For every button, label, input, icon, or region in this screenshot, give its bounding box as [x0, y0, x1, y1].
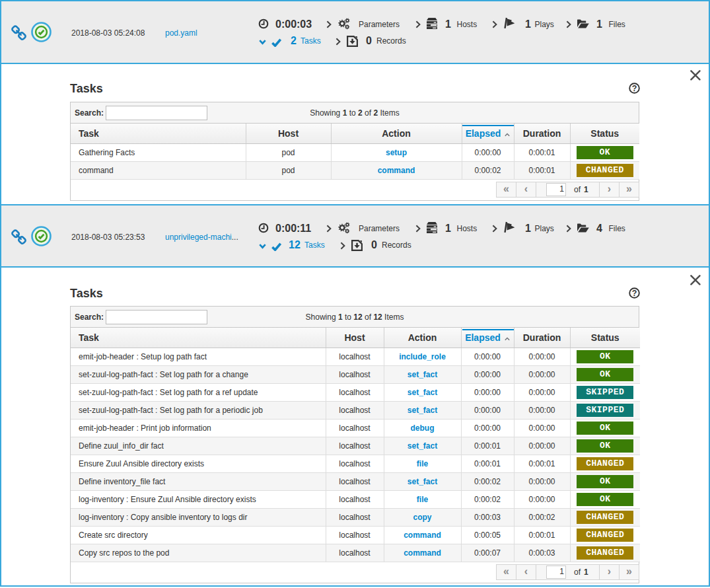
svg-text:?: ?	[632, 289, 637, 298]
svg-text:?: ?	[632, 84, 637, 93]
